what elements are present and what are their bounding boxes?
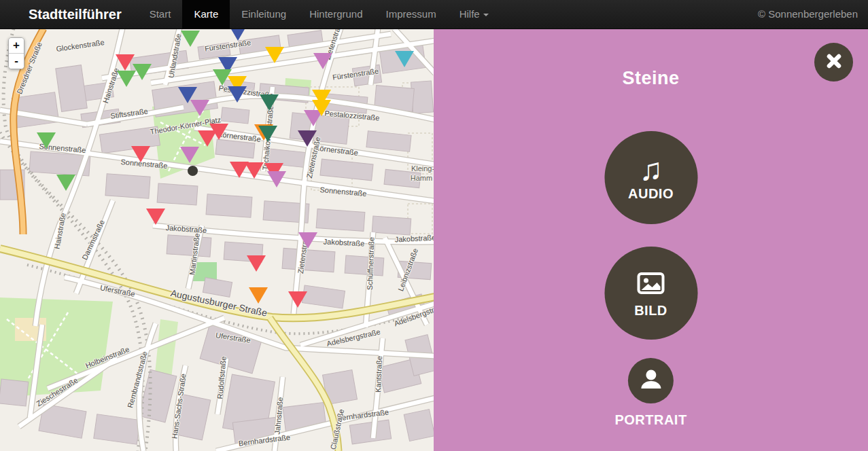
image-icon <box>636 268 667 302</box>
map-marker-orchid[interactable] <box>298 232 317 249</box>
map-marker-orchid[interactable] <box>313 53 332 69</box>
copyright-text: © Sonnenbergerleben <box>758 0 868 29</box>
map-marker-teal[interactable] <box>258 126 277 142</box>
portrait-button[interactable]: PORTRAIT <box>614 358 687 428</box>
chevron-down-icon <box>483 14 489 16</box>
map-marker-orange[interactable] <box>249 287 268 304</box>
map-marker-red[interactable] <box>146 209 165 225</box>
map-marker-green[interactable] <box>56 175 75 191</box>
map-base-layer <box>0 29 434 451</box>
nav-item-impressum[interactable]: Impressum <box>375 0 448 29</box>
map-canvas[interactable]: GlockenstraßeDresdner StraßeUhlandstraße… <box>0 29 434 451</box>
map-marker-purple[interactable] <box>298 130 317 147</box>
bild-label: BILD <box>634 303 667 319</box>
nav-item-karte[interactable]: Karte <box>182 0 230 29</box>
map-marker-green[interactable] <box>181 31 200 47</box>
map-dot-marker[interactable] <box>188 166 198 176</box>
person-icon <box>638 366 665 396</box>
portrait-label: PORTRAIT <box>614 412 687 428</box>
map-marker-cyan[interactable] <box>395 51 414 67</box>
map-marker-red[interactable] <box>247 255 266 272</box>
panel-title: Steine <box>434 68 868 89</box>
nav-menu: StartKarteEinleitungHintergrundImpressum… <box>138 0 500 29</box>
detail-panel: Steine ♫AUDIOBILDPORTRAIT <box>434 29 868 451</box>
map-marker-green[interactable] <box>117 71 136 87</box>
map-marker-orchid[interactable] <box>267 171 286 187</box>
app-brand[interactable]: Stadtteilführer <box>0 0 138 29</box>
map-marker-red[interactable] <box>245 162 264 179</box>
nav-item-hilfe[interactable]: Hilfe <box>448 0 500 29</box>
map-marker-orchid[interactable] <box>180 147 199 163</box>
map-marker-yellow[interactable] <box>312 100 331 116</box>
map-marker-yellow[interactable] <box>265 47 284 63</box>
zoom-in-button[interactable]: + <box>9 38 24 54</box>
map-marker-green[interactable] <box>37 132 56 149</box>
map-marker-orchid[interactable] <box>190 100 209 116</box>
music-note-icon: ♫ <box>639 154 663 185</box>
map-marker-red[interactable] <box>116 54 135 71</box>
map-marker-red[interactable] <box>288 291 307 308</box>
audio-button[interactable]: ♫AUDIO <box>604 131 697 224</box>
zoom-out-button[interactable]: - <box>9 54 24 69</box>
map-marker-blue[interactable] <box>228 86 247 103</box>
nav-item-hintergrund[interactable]: Hintergrund <box>298 0 374 29</box>
map-marker-red[interactable] <box>198 130 217 147</box>
nav-item-einleitung[interactable]: Einleitung <box>230 0 298 29</box>
map-marker-blue[interactable] <box>228 29 247 41</box>
map-marker-teal[interactable] <box>260 94 279 111</box>
audio-label: AUDIO <box>628 186 674 202</box>
bild-button[interactable]: BILD <box>604 247 697 340</box>
navbar: Stadtteilführer StartKarteEinleitungHint… <box>0 0 868 29</box>
map-marker-red[interactable] <box>131 146 150 162</box>
map-zoom-control: + - <box>8 37 24 69</box>
nav-item-start[interactable]: Start <box>138 0 183 29</box>
